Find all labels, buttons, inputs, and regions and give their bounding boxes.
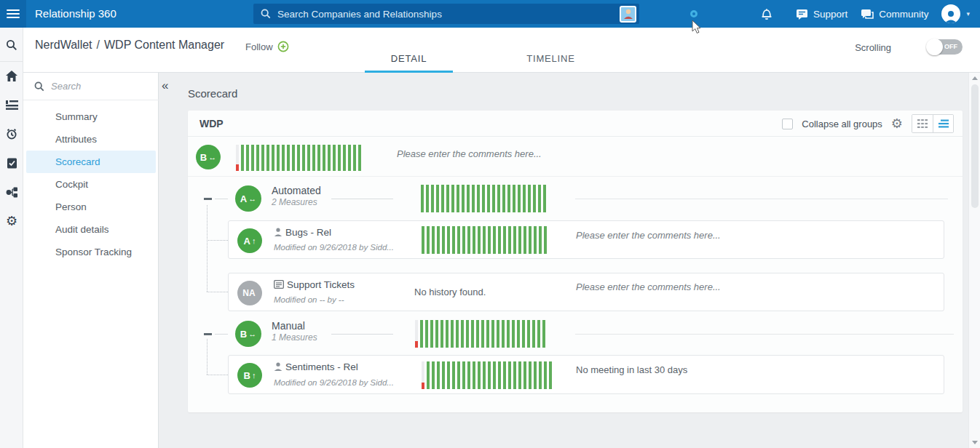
history-bars <box>421 185 546 212</box>
avatar-dropdown-caret-icon[interactable]: ▾ <box>966 10 970 17</box>
comment-placeholder[interactable]: Please enter the comments here... <box>576 230 721 241</box>
group-collapse-handle[interactable] <box>204 198 212 200</box>
follow-button[interactable]: Follow <box>245 41 289 52</box>
view-switcher <box>912 114 954 133</box>
support-link[interactable]: Support <box>796 9 847 20</box>
measure-name: Bugs - Rel <box>285 227 331 238</box>
comment-placeholder[interactable]: Please enter the comments here... <box>576 281 721 292</box>
toggle-knob[interactable] <box>926 39 943 55</box>
group-score-badge: A↔ <box>235 185 261 212</box>
main-content: Scorecard WDP Collapse all groups ⚙ <box>159 73 968 448</box>
rail-home-icon[interactable] <box>0 67 23 84</box>
scroll-down-arrow[interactable] <box>972 441 978 444</box>
sidebar-item-scorecard[interactable]: Scorecard <box>26 151 156 173</box>
rail-alarm-clock-icon[interactable] <box>0 125 23 143</box>
measure-name: Sentiments - Rel <box>285 361 358 372</box>
overall-score-badge: B↔ <box>196 145 221 169</box>
modified-info: Modified on -- by -- <box>274 295 344 304</box>
vertical-scrollbar[interactable] <box>968 73 980 448</box>
rail-list-icon[interactable] <box>0 96 23 113</box>
list-view-icon[interactable] <box>933 115 953 132</box>
sidebar-item-cockpit[interactable]: Cockpit <box>26 173 156 196</box>
group-name: Manual <box>272 320 305 332</box>
measure-name: Support Tickets <box>287 279 355 290</box>
tab-detail[interactable]: DETAIL <box>365 47 453 73</box>
person-icon <box>274 228 282 236</box>
no-meeting-text: No meeting in last 30 days <box>576 364 687 375</box>
rail-tasks-icon[interactable] <box>0 154 23 172</box>
sidebar-item-attributes[interactable]: Attributes <box>26 128 156 151</box>
hamburger-menu-icon[interactable] <box>0 0 26 28</box>
measure-score-badge: B↑ <box>237 363 262 388</box>
scorecard-row-bugs-rel: A↑ Bugs - Rel Modified on 9/26/2018 by S… <box>228 220 944 259</box>
group-collapse-handle[interactable] <box>204 333 212 335</box>
group-name: Automated <box>272 185 321 196</box>
app-title: Relationship 360 <box>35 0 116 28</box>
sidebar-item-summary[interactable]: Summary <box>26 105 156 128</box>
person-icon <box>274 362 282 371</box>
scrolling-toggle[interactable]: OFF <box>928 39 963 55</box>
follow-plus-icon <box>277 41 289 52</box>
breadcrumb: NerdWallet/WDP Content Manager <box>35 39 224 52</box>
rail-settings-gear-icon[interactable]: ⚙ <box>0 212 23 230</box>
community-chat-icon <box>861 9 874 20</box>
global-search-input[interactable]: Search Companies and Relationships <box>253 4 639 24</box>
notifications-bell-icon[interactable] <box>761 7 772 20</box>
trend-up-icon: ↑ <box>252 236 256 245</box>
user-avatar[interactable] <box>941 4 960 23</box>
history-bars <box>422 226 547 254</box>
top-navigation-bar: Relationship 360 Search Companies and Re… <box>0 0 980 28</box>
search-placeholder: Search Companies and Relationships <box>277 9 620 20</box>
sidebar-item-sponsor-tracking[interactable]: Sponsor Tracking <box>26 241 156 263</box>
measure-score-badge: A↑ <box>237 228 262 253</box>
sidebar-item-audit-details[interactable]: Audit details <box>26 218 156 241</box>
breadcrumb-company[interactable]: NerdWallet <box>35 39 92 51</box>
no-history-text: No history found. <box>414 287 486 297</box>
tree-connector <box>207 375 228 375</box>
trend-both-icon: ↔ <box>248 329 256 338</box>
icon-rail: ⚙ <box>0 28 23 448</box>
scorecard-row-support-tickets: NA Support Tickets Modified on -- by -- … <box>228 273 944 311</box>
support-chat-icon <box>796 9 808 20</box>
rail-relationship-icon[interactable] <box>0 183 23 201</box>
group-score-badge: B↔ <box>235 321 261 347</box>
history-bars <box>236 145 361 171</box>
history-bars <box>422 361 552 389</box>
sidebar-item-person[interactable]: Person <box>26 196 156 218</box>
tree-connector <box>207 292 228 292</box>
search-icon <box>34 81 44 92</box>
scrolling-label: Scrolling <box>855 42 891 53</box>
card-settings-gear-icon[interactable]: ⚙ <box>891 117 903 130</box>
scorecard-card-header: WDP Collapse all groups ⚙ <box>188 111 963 137</box>
collapse-all-label[interactable]: Collapse all groups <box>802 119 882 129</box>
group-measures: 1 Measures <box>272 332 317 343</box>
scorecard-overall-row: B↔ Please enter the comments here... <box>188 138 963 177</box>
trend-up-icon: ↑ <box>252 371 256 380</box>
scroll-up-arrow[interactable] <box>972 76 978 80</box>
group-measures: 2 Measures <box>272 197 317 207</box>
rail-search-icon[interactable] <box>0 36 23 54</box>
comment-placeholder[interactable]: Please enter the comments here... <box>397 148 542 159</box>
modified-info: Modified on 9/26/2018 by Sidd... <box>274 243 394 252</box>
section-search-input[interactable]: Search <box>23 73 159 100</box>
page-header: NerdWallet/WDP Content Manager Follow DE… <box>23 28 980 73</box>
trend-both-icon: ↔ <box>248 194 256 203</box>
collapse-all-checkbox[interactable] <box>782 119 793 129</box>
grid-view-icon[interactable] <box>912 115 933 132</box>
scorecard-card: WDP Collapse all groups ⚙ <box>188 111 963 412</box>
tree-connector <box>207 240 228 241</box>
section-search-placeholder: Search <box>51 81 81 92</box>
breadcrumb-page: WDP Content Manager <box>104 39 224 51</box>
scrollbar-thumb[interactable] <box>971 84 979 208</box>
tree-connector <box>207 205 208 292</box>
panel-collapse-icon[interactable]: « <box>162 79 168 93</box>
page-title: Scorecard <box>188 87 237 100</box>
section-nav-panel: Search Summary Attributes Scorecard Cock… <box>23 73 159 448</box>
tab-timeline[interactable]: TIMELINE <box>507 47 595 73</box>
modified-info: Modified on 9/26/2018 by Sidd... <box>274 378 394 387</box>
scorecard-group-manual: B↔ Manual 1 Measures <box>188 315 963 351</box>
measure-score-badge: NA <box>237 281 262 305</box>
community-link[interactable]: Community <box>861 9 928 20</box>
extension-avatar-icon[interactable] <box>620 6 636 23</box>
card-title: WDP <box>199 118 224 129</box>
